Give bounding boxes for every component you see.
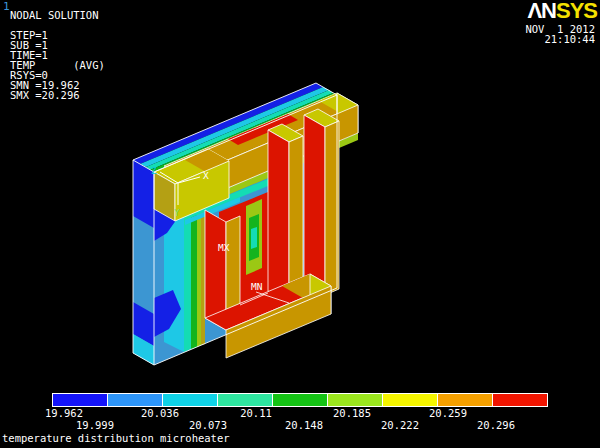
legend-cell (383, 394, 438, 406)
triad-x-label: X (203, 170, 209, 181)
legend-value: 19.999 (73, 419, 117, 431)
substrate-left-face (133, 160, 154, 365)
plot-caption: temperature distribution microheater (2, 433, 230, 443)
max-temp-label: MX (218, 242, 230, 253)
legend-cell (218, 394, 273, 406)
legend-cell (53, 394, 108, 406)
heater-middle-leg (268, 124, 303, 303)
ansys-graphics-window: 1 NODAL SOLUTION STEP=1 SUB =1 TIME=1 TE… (0, 0, 600, 448)
triad-y-label: Y (174, 207, 180, 218)
triad-z-label: Z (151, 165, 157, 176)
legend-cell (328, 394, 383, 406)
legend-value: 20.259 (426, 407, 470, 419)
legend-value: 20.296 (474, 419, 518, 431)
legend-cell (438, 394, 493, 406)
legend-cell (163, 394, 218, 406)
heater-right-leg (304, 109, 339, 295)
contour-legend-bar (52, 393, 548, 407)
legend-value: 19.962 (42, 407, 86, 419)
legend-value: 20.185 (330, 407, 374, 419)
legend-value: 20.222 (378, 419, 422, 431)
legend-value: 20.148 (282, 419, 326, 431)
min-temp-label: MN (251, 281, 263, 292)
legend-cell (493, 394, 547, 406)
legend-value: 20.11 (234, 407, 278, 419)
legend-value: 20.073 (186, 419, 230, 431)
legend-cell (108, 394, 163, 406)
model-viewport[interactable]: MX MN X Y Z (0, 0, 600, 448)
legend-cell (273, 394, 328, 406)
legend-value: 20.036 (138, 407, 182, 419)
